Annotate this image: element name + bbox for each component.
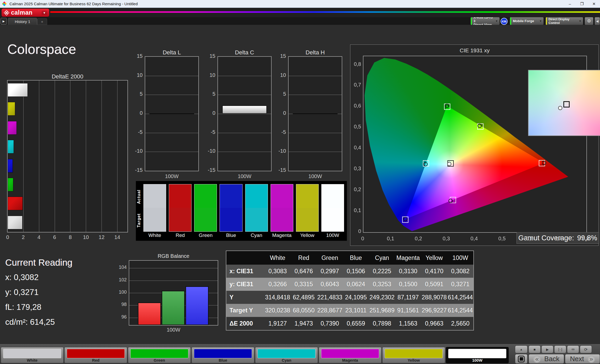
- delta-gridline: [218, 76, 271, 76]
- single-measure-button[interactable]: [··]: [554, 345, 566, 353]
- swatch-label: Red: [169, 232, 192, 238]
- rgb-y-tick: 98: [115, 302, 127, 307]
- swatch-target: [220, 208, 242, 231]
- cie-title: CIE 1931 xy: [350, 47, 599, 54]
- pattern-button-white[interactable]: White: [1, 347, 64, 363]
- tab-history-1[interactable]: History 1: [8, 18, 37, 25]
- delta-chart-title: Delta C: [217, 49, 272, 56]
- meter-count-badge: 436: [501, 18, 508, 25]
- page-title: Colorspace: [7, 41, 76, 57]
- meter-line2: Direct View: [474, 23, 492, 25]
- play-icon: ▶: [546, 348, 549, 351]
- delta-chart-delta-h: [288, 56, 342, 171]
- play-button[interactable]: ▶: [541, 345, 553, 353]
- continuous-measure-button[interactable]: ∞: [567, 345, 579, 353]
- delta-y-tick: 15: [132, 53, 143, 59]
- table-cell: 0,3130: [395, 265, 421, 278]
- tab-nav-arrow-button[interactable]: ▶: [1, 18, 7, 25]
- inset-target-marker: [563, 101, 570, 107]
- white-point-zoom-inset: [528, 70, 600, 136]
- settings-button[interactable]: ⚙: [585, 17, 593, 25]
- delta-gridline: [145, 95, 198, 95]
- delta-y-tick: 10: [132, 72, 143, 78]
- swatch-column-green: [194, 184, 217, 232]
- logo-dropdown-icon[interactable]: ▼: [42, 11, 47, 15]
- table-cell: 251,9689: [369, 304, 395, 317]
- maximize-button[interactable]: ❐: [576, 0, 588, 8]
- pattern-button-magenta[interactable]: Magenta: [319, 347, 382, 363]
- next-button[interactable]: Next »: [565, 354, 600, 364]
- table-cell: 0,3082: [447, 265, 473, 278]
- cie-measured-red: [542, 161, 546, 165]
- inset-measured-marker: [558, 106, 562, 110]
- table-cell: 0,3083: [265, 265, 291, 278]
- close-button[interactable]: ✕: [588, 0, 600, 8]
- table-row-label: Target Y: [226, 304, 265, 317]
- delta-y-tick: 5: [205, 91, 215, 97]
- swatch-target: [322, 208, 344, 231]
- pattern-swatch: [257, 349, 316, 358]
- swatch-actual: [296, 184, 318, 208]
- actual-target-swatch-strip: Actual Target WhiteRedGreenBlueCyanMagen…: [136, 181, 347, 241]
- delta-y-tick: 0: [132, 110, 143, 116]
- pattern-bar: WhiteRedGreenBlueCyanMagentaYellow100W ▲…: [0, 344, 600, 364]
- table-row-x-cie31: x: CIE310,30830,64760,29970,15060,22250,…: [226, 265, 473, 278]
- deltae-bar-red: [8, 197, 23, 210]
- refresh-button[interactable]: ⟳: [580, 345, 592, 353]
- meter-dropdown[interactable]: X-Rite i1Pro 3 Direct View ▼: [470, 17, 500, 25]
- delta-chart-title: Delta H: [288, 49, 342, 56]
- panel-up-button[interactable]: ▲: [515, 345, 528, 353]
- add-tab-button[interactable]: +: [37, 18, 47, 25]
- collapse-panel-button[interactable]: ◀: [595, 17, 600, 25]
- target-row-label: Target: [137, 208, 142, 232]
- stop-button[interactable]: ■: [529, 345, 541, 353]
- table-cell: 0,1506: [343, 265, 369, 278]
- calman-window: Calman 2025 Calman Ultimate for Business…: [0, 0, 600, 364]
- square-icon: [520, 357, 523, 361]
- delta-gridline: [289, 133, 342, 133]
- delta-gridline: [145, 133, 198, 133]
- pattern-swatch: [194, 349, 252, 358]
- actual-row-label: Actual: [137, 185, 142, 209]
- pattern-swatch: [321, 349, 379, 358]
- pattern-button-yellow[interactable]: Yellow: [382, 347, 445, 363]
- app-bar: calman ▼: [0, 8, 600, 17]
- delta-gridline: [289, 76, 342, 76]
- next-label: Next: [570, 355, 584, 363]
- deltae2000-chart: [7, 80, 128, 232]
- delta-gridline: [218, 114, 271, 114]
- cie-x-tick: 0,6: [524, 236, 536, 242]
- stop-icon: ■: [534, 348, 536, 351]
- pattern-button-cyan[interactable]: Cyan: [255, 347, 318, 363]
- table-cell: 0,6476: [291, 265, 317, 278]
- table-cell: 0,7390: [317, 317, 343, 330]
- table-header-cell: Blue: [343, 251, 369, 265]
- deltae2000-chart-title: DeltaE 2000: [7, 73, 128, 80]
- minimize-button[interactable]: –: [564, 0, 576, 8]
- up-arrow-icon: ▲: [520, 348, 523, 351]
- table-cell: 2,5650: [447, 317, 473, 330]
- rgb-y-tick: 102: [115, 277, 127, 283]
- pattern-button-100w[interactable]: 100W: [446, 347, 509, 363]
- swatch-actual: [271, 184, 293, 208]
- swatch-column-labels: WhiteRedGreenBlueCyanMagentaYellow100W: [143, 232, 344, 238]
- source-dropdown[interactable]: Mobile Forge ▼: [510, 17, 544, 25]
- calman-menu-button[interactable]: calman ▼: [2, 9, 49, 17]
- pattern-button-blue[interactable]: Blue: [192, 347, 254, 363]
- pattern-swatch: [3, 349, 61, 358]
- swatch-actual: [245, 184, 268, 208]
- pattern-label: Cyan: [255, 358, 318, 362]
- table-cell: 0,6043: [317, 278, 343, 291]
- stop-pattern-button[interactable]: [515, 354, 528, 364]
- reading-x: x: 0,3082: [5, 273, 39, 282]
- pattern-button-red[interactable]: Red: [64, 347, 127, 363]
- display-control-dropdown[interactable]: Direct Display Control ▼: [546, 17, 583, 25]
- deltae-bar-green: [8, 178, 13, 191]
- deltae-gridline: [117, 81, 117, 232]
- rgb-balance-chart: [129, 260, 218, 326]
- pattern-button-green[interactable]: Green: [128, 347, 191, 363]
- back-button[interactable]: « Back: [529, 354, 564, 364]
- delta-gridline: [145, 152, 198, 152]
- swatch-actual: [220, 184, 242, 208]
- table-cell: 221,4833: [317, 291, 343, 304]
